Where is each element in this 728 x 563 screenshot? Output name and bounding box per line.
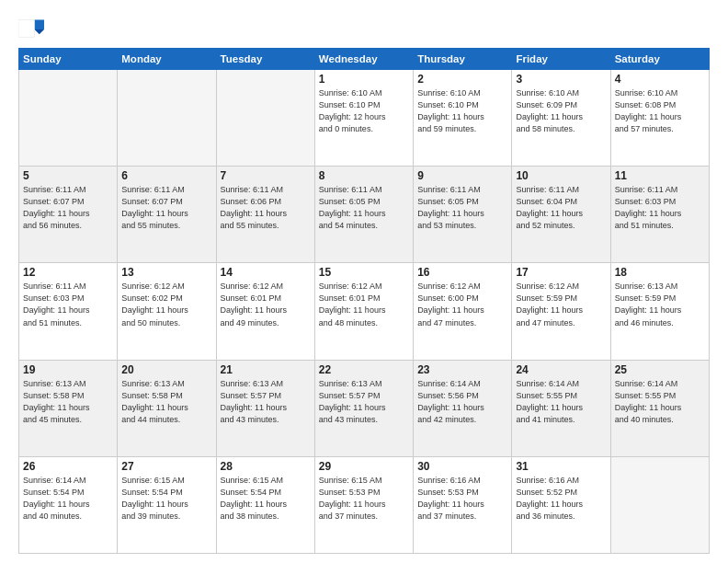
day-info: Sunrise: 6:14 AM Sunset: 5:55 PM Dayligh… <box>615 378 705 426</box>
day-info: Sunrise: 6:10 AM Sunset: 6:08 PM Dayligh… <box>615 87 705 135</box>
day-number: 9 <box>417 169 507 182</box>
logo-icon <box>18 17 44 42</box>
day-info: Sunrise: 6:11 AM Sunset: 6:04 PM Dayligh… <box>516 184 606 232</box>
day-info: Sunrise: 6:10 AM Sunset: 6:10 PM Dayligh… <box>319 87 409 135</box>
day-info: Sunrise: 6:12 AM Sunset: 5:59 PM Dayligh… <box>516 281 606 328</box>
day-info: Sunrise: 6:16 AM Sunset: 5:52 PM Dayligh… <box>516 475 606 523</box>
day-number: 23 <box>417 363 507 376</box>
day-info: Sunrise: 6:13 AM Sunset: 5:58 PM Dayligh… <box>23 378 113 426</box>
calendar-cell: 15Sunrise: 6:12 AM Sunset: 6:01 PM Dayli… <box>314 263 413 360</box>
day-number: 31 <box>516 460 606 473</box>
calendar-cell: 10Sunrise: 6:11 AM Sunset: 6:04 PM Dayli… <box>512 167 610 263</box>
day-info: Sunrise: 6:10 AM Sunset: 6:10 PM Dayligh… <box>417 87 507 135</box>
calendar-weekday-tuesday: Tuesday <box>216 49 314 70</box>
day-info: Sunrise: 6:13 AM Sunset: 5:57 PM Dayligh… <box>319 378 409 426</box>
day-info: Sunrise: 6:11 AM Sunset: 6:05 PM Dayligh… <box>417 184 507 232</box>
calendar-cell: 21Sunrise: 6:13 AM Sunset: 5:57 PM Dayli… <box>216 360 314 456</box>
day-number: 15 <box>319 266 409 279</box>
day-info: Sunrise: 6:11 AM Sunset: 6:03 PM Dayligh… <box>23 281 113 328</box>
day-info: Sunrise: 6:11 AM Sunset: 6:07 PM Dayligh… <box>23 184 113 232</box>
calendar-cell: 25Sunrise: 6:14 AM Sunset: 5:55 PM Dayli… <box>610 360 709 456</box>
day-info: Sunrise: 6:13 AM Sunset: 5:58 PM Dayligh… <box>121 378 211 426</box>
calendar-weekday-saturday: Saturday <box>610 49 709 70</box>
calendar-cell: 17Sunrise: 6:12 AM Sunset: 5:59 PM Dayli… <box>512 263 610 360</box>
day-info: Sunrise: 6:13 AM Sunset: 5:57 PM Dayligh… <box>221 378 311 426</box>
calendar-cell: 7Sunrise: 6:11 AM Sunset: 6:06 PM Daylig… <box>216 167 314 263</box>
calendar-weekday-monday: Monday <box>118 49 216 70</box>
day-number: 14 <box>221 266 311 279</box>
day-number: 6 <box>121 169 211 182</box>
calendar-weekday-wednesday: Wednesday <box>314 49 413 70</box>
calendar-cell: 18Sunrise: 6:13 AM Sunset: 5:59 PM Dayli… <box>610 263 709 360</box>
day-number: 11 <box>615 169 705 182</box>
day-info: Sunrise: 6:12 AM Sunset: 6:02 PM Dayligh… <box>121 281 211 328</box>
calendar-week-row: 12Sunrise: 6:11 AM Sunset: 6:03 PM Dayli… <box>19 263 710 360</box>
calendar-cell <box>610 456 709 553</box>
day-number: 8 <box>319 169 409 182</box>
day-info: Sunrise: 6:16 AM Sunset: 5:53 PM Dayligh… <box>417 475 507 523</box>
calendar-cell: 30Sunrise: 6:16 AM Sunset: 5:53 PM Dayli… <box>414 456 512 553</box>
day-number: 21 <box>221 363 311 376</box>
calendar-cell: 31Sunrise: 6:16 AM Sunset: 5:52 PM Dayli… <box>512 456 610 553</box>
calendar-cell: 9Sunrise: 6:11 AM Sunset: 6:05 PM Daylig… <box>414 167 512 263</box>
header <box>18 17 710 42</box>
calendar-header-row: SundayMondayTuesdayWednesdayThursdayFrid… <box>19 49 710 70</box>
calendar-weekday-sunday: Sunday <box>19 49 118 70</box>
calendar-cell: 29Sunrise: 6:15 AM Sunset: 5:53 PM Dayli… <box>314 456 413 553</box>
day-number: 17 <box>516 266 606 279</box>
calendar-week-row: 19Sunrise: 6:13 AM Sunset: 5:58 PM Dayli… <box>19 360 710 456</box>
calendar-cell: 2Sunrise: 6:10 AM Sunset: 6:10 PM Daylig… <box>414 70 512 167</box>
calendar-cell: 12Sunrise: 6:11 AM Sunset: 6:03 PM Dayli… <box>19 263 118 360</box>
calendar-cell: 6Sunrise: 6:11 AM Sunset: 6:07 PM Daylig… <box>118 167 216 263</box>
calendar-cell <box>19 70 118 167</box>
day-number: 28 <box>221 460 311 473</box>
day-info: Sunrise: 6:12 AM Sunset: 6:01 PM Dayligh… <box>319 281 409 328</box>
day-info: Sunrise: 6:15 AM Sunset: 5:54 PM Dayligh… <box>221 475 311 523</box>
calendar-cell: 19Sunrise: 6:13 AM Sunset: 5:58 PM Dayli… <box>19 360 118 456</box>
calendar-cell: 20Sunrise: 6:13 AM Sunset: 5:58 PM Dayli… <box>118 360 216 456</box>
calendar-cell: 22Sunrise: 6:13 AM Sunset: 5:57 PM Dayli… <box>314 360 413 456</box>
day-info: Sunrise: 6:12 AM Sunset: 6:01 PM Dayligh… <box>221 281 311 328</box>
day-number: 26 <box>23 460 113 473</box>
calendar-cell: 24Sunrise: 6:14 AM Sunset: 5:55 PM Dayli… <box>512 360 610 456</box>
calendar-cell: 23Sunrise: 6:14 AM Sunset: 5:56 PM Dayli… <box>414 360 512 456</box>
day-number: 22 <box>319 363 409 376</box>
calendar-cell: 13Sunrise: 6:12 AM Sunset: 6:02 PM Dayli… <box>118 263 216 360</box>
calendar-cell: 16Sunrise: 6:12 AM Sunset: 6:00 PM Dayli… <box>414 263 512 360</box>
day-number: 18 <box>615 266 705 279</box>
day-info: Sunrise: 6:14 AM Sunset: 5:56 PM Dayligh… <box>417 378 507 426</box>
svg-marker-0 <box>35 20 45 30</box>
calendar-cell: 27Sunrise: 6:15 AM Sunset: 5:54 PM Dayli… <box>118 456 216 553</box>
logo <box>18 17 48 42</box>
day-number: 24 <box>516 363 606 376</box>
calendar-week-row: 26Sunrise: 6:14 AM Sunset: 5:54 PM Dayli… <box>19 456 710 553</box>
day-number: 1 <box>319 73 409 86</box>
day-info: Sunrise: 6:15 AM Sunset: 5:53 PM Dayligh… <box>319 475 409 523</box>
day-info: Sunrise: 6:12 AM Sunset: 6:00 PM Dayligh… <box>417 281 507 328</box>
day-number: 13 <box>121 266 211 279</box>
calendar-weekday-friday: Friday <box>512 49 610 70</box>
calendar-week-row: 1Sunrise: 6:10 AM Sunset: 6:10 PM Daylig… <box>19 70 710 167</box>
day-number: 3 <box>516 73 606 86</box>
svg-rect-2 <box>18 20 35 38</box>
day-number: 25 <box>615 363 705 376</box>
day-info: Sunrise: 6:10 AM Sunset: 6:09 PM Dayligh… <box>516 87 606 135</box>
calendar-cell: 28Sunrise: 6:15 AM Sunset: 5:54 PM Dayli… <box>216 456 314 553</box>
day-info: Sunrise: 6:11 AM Sunset: 6:03 PM Dayligh… <box>615 184 705 232</box>
day-info: Sunrise: 6:11 AM Sunset: 6:06 PM Dayligh… <box>221 184 311 232</box>
day-number: 27 <box>121 460 211 473</box>
day-info: Sunrise: 6:14 AM Sunset: 5:55 PM Dayligh… <box>516 378 606 426</box>
day-number: 2 <box>417 73 507 86</box>
day-number: 12 <box>23 266 113 279</box>
calendar-cell: 14Sunrise: 6:12 AM Sunset: 6:01 PM Dayli… <box>216 263 314 360</box>
svg-marker-1 <box>35 29 45 34</box>
day-number: 29 <box>319 460 409 473</box>
calendar-cell: 26Sunrise: 6:14 AM Sunset: 5:54 PM Dayli… <box>19 456 118 553</box>
day-number: 10 <box>516 169 606 182</box>
day-number: 19 <box>23 363 113 376</box>
day-number: 4 <box>615 73 705 86</box>
calendar-cell <box>216 70 314 167</box>
day-number: 16 <box>417 266 507 279</box>
calendar-cell <box>118 70 216 167</box>
calendar-cell: 1Sunrise: 6:10 AM Sunset: 6:10 PM Daylig… <box>314 70 413 167</box>
